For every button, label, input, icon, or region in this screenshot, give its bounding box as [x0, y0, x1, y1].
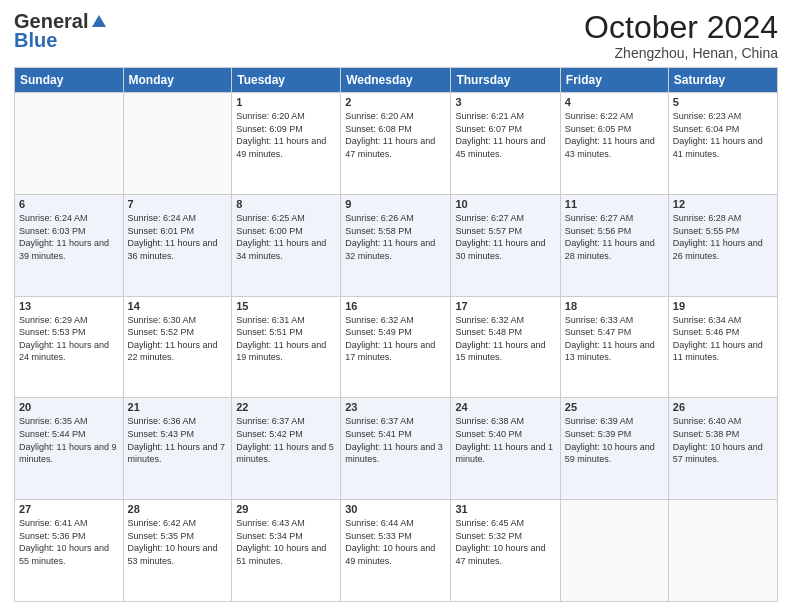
week-row-2: 6Sunrise: 6:24 AMSunset: 6:03 PMDaylight…	[15, 194, 778, 296]
day-number: 24	[455, 401, 555, 413]
day-number: 2	[345, 96, 446, 108]
day-number: 18	[565, 300, 664, 312]
day-number: 7	[128, 198, 228, 210]
day-number: 26	[673, 401, 773, 413]
day-number: 16	[345, 300, 446, 312]
day-number: 17	[455, 300, 555, 312]
weekday-header-thursday: Thursday	[451, 68, 560, 93]
day-info: Sunrise: 6:41 AMSunset: 5:36 PMDaylight:…	[19, 517, 119, 567]
day-info: Sunrise: 6:39 AMSunset: 5:39 PMDaylight:…	[565, 415, 664, 465]
calendar-cell: 5Sunrise: 6:23 AMSunset: 6:04 PMDaylight…	[668, 93, 777, 195]
logo-blue: Blue	[14, 29, 57, 52]
calendar-cell: 13Sunrise: 6:29 AMSunset: 5:53 PMDayligh…	[15, 296, 124, 398]
day-number: 12	[673, 198, 773, 210]
week-row-4: 20Sunrise: 6:35 AMSunset: 5:44 PMDayligh…	[15, 398, 778, 500]
day-info: Sunrise: 6:27 AMSunset: 5:57 PMDaylight:…	[455, 212, 555, 262]
day-number: 1	[236, 96, 336, 108]
day-info: Sunrise: 6:45 AMSunset: 5:32 PMDaylight:…	[455, 517, 555, 567]
week-row-1: 1Sunrise: 6:20 AMSunset: 6:09 PMDaylight…	[15, 93, 778, 195]
svg-marker-0	[92, 15, 106, 27]
week-row-3: 13Sunrise: 6:29 AMSunset: 5:53 PMDayligh…	[15, 296, 778, 398]
day-info: Sunrise: 6:21 AMSunset: 6:07 PMDaylight:…	[455, 110, 555, 160]
calendar-table: SundayMondayTuesdayWednesdayThursdayFrid…	[14, 67, 778, 602]
day-number: 27	[19, 503, 119, 515]
weekday-header-friday: Friday	[560, 68, 668, 93]
day-number: 19	[673, 300, 773, 312]
day-info: Sunrise: 6:32 AMSunset: 5:48 PMDaylight:…	[455, 314, 555, 364]
day-number: 10	[455, 198, 555, 210]
calendar-cell: 15Sunrise: 6:31 AMSunset: 5:51 PMDayligh…	[232, 296, 341, 398]
day-info: Sunrise: 6:20 AMSunset: 6:08 PMDaylight:…	[345, 110, 446, 160]
day-info: Sunrise: 6:30 AMSunset: 5:52 PMDaylight:…	[128, 314, 228, 364]
calendar-cell: 19Sunrise: 6:34 AMSunset: 5:46 PMDayligh…	[668, 296, 777, 398]
day-info: Sunrise: 6:25 AMSunset: 6:00 PMDaylight:…	[236, 212, 336, 262]
day-info: Sunrise: 6:44 AMSunset: 5:33 PMDaylight:…	[345, 517, 446, 567]
calendar-cell: 8Sunrise: 6:25 AMSunset: 6:00 PMDaylight…	[232, 194, 341, 296]
day-number: 8	[236, 198, 336, 210]
day-number: 23	[345, 401, 446, 413]
calendar-cell: 25Sunrise: 6:39 AMSunset: 5:39 PMDayligh…	[560, 398, 668, 500]
day-number: 21	[128, 401, 228, 413]
day-info: Sunrise: 6:40 AMSunset: 5:38 PMDaylight:…	[673, 415, 773, 465]
calendar-cell: 30Sunrise: 6:44 AMSunset: 5:33 PMDayligh…	[341, 500, 451, 602]
calendar-cell: 29Sunrise: 6:43 AMSunset: 5:34 PMDayligh…	[232, 500, 341, 602]
day-info: Sunrise: 6:32 AMSunset: 5:49 PMDaylight:…	[345, 314, 446, 364]
day-info: Sunrise: 6:26 AMSunset: 5:58 PMDaylight:…	[345, 212, 446, 262]
calendar-cell: 22Sunrise: 6:37 AMSunset: 5:42 PMDayligh…	[232, 398, 341, 500]
calendar-cell: 16Sunrise: 6:32 AMSunset: 5:49 PMDayligh…	[341, 296, 451, 398]
month-title: October 2024	[584, 10, 778, 45]
calendar-cell: 9Sunrise: 6:26 AMSunset: 5:58 PMDaylight…	[341, 194, 451, 296]
day-number: 22	[236, 401, 336, 413]
logo: General Blue	[14, 10, 108, 52]
day-info: Sunrise: 6:23 AMSunset: 6:04 PMDaylight:…	[673, 110, 773, 160]
weekday-header-row: SundayMondayTuesdayWednesdayThursdayFrid…	[15, 68, 778, 93]
day-info: Sunrise: 6:36 AMSunset: 5:43 PMDaylight:…	[128, 415, 228, 465]
calendar-cell: 27Sunrise: 6:41 AMSunset: 5:36 PMDayligh…	[15, 500, 124, 602]
calendar-cell: 17Sunrise: 6:32 AMSunset: 5:48 PMDayligh…	[451, 296, 560, 398]
day-number: 6	[19, 198, 119, 210]
day-info: Sunrise: 6:43 AMSunset: 5:34 PMDaylight:…	[236, 517, 336, 567]
calendar-cell	[560, 500, 668, 602]
calendar-cell: 1Sunrise: 6:20 AMSunset: 6:09 PMDaylight…	[232, 93, 341, 195]
day-info: Sunrise: 6:37 AMSunset: 5:42 PMDaylight:…	[236, 415, 336, 465]
weekday-header-sunday: Sunday	[15, 68, 124, 93]
day-info: Sunrise: 6:20 AMSunset: 6:09 PMDaylight:…	[236, 110, 336, 160]
weekday-header-monday: Monday	[123, 68, 232, 93]
day-info: Sunrise: 6:22 AMSunset: 6:05 PMDaylight:…	[565, 110, 664, 160]
weekday-header-wednesday: Wednesday	[341, 68, 451, 93]
calendar-cell: 10Sunrise: 6:27 AMSunset: 5:57 PMDayligh…	[451, 194, 560, 296]
day-info: Sunrise: 6:24 AMSunset: 6:03 PMDaylight:…	[19, 212, 119, 262]
calendar-cell: 23Sunrise: 6:37 AMSunset: 5:41 PMDayligh…	[341, 398, 451, 500]
calendar-cell: 12Sunrise: 6:28 AMSunset: 5:55 PMDayligh…	[668, 194, 777, 296]
calendar-cell: 7Sunrise: 6:24 AMSunset: 6:01 PMDaylight…	[123, 194, 232, 296]
day-number: 3	[455, 96, 555, 108]
day-number: 11	[565, 198, 664, 210]
day-number: 20	[19, 401, 119, 413]
day-number: 5	[673, 96, 773, 108]
day-info: Sunrise: 6:28 AMSunset: 5:55 PMDaylight:…	[673, 212, 773, 262]
day-info: Sunrise: 6:37 AMSunset: 5:41 PMDaylight:…	[345, 415, 446, 465]
calendar-cell: 3Sunrise: 6:21 AMSunset: 6:07 PMDaylight…	[451, 93, 560, 195]
calendar-cell: 6Sunrise: 6:24 AMSunset: 6:03 PMDaylight…	[15, 194, 124, 296]
calendar-cell: 14Sunrise: 6:30 AMSunset: 5:52 PMDayligh…	[123, 296, 232, 398]
title-block: October 2024 Zhengzhou, Henan, China	[584, 10, 778, 61]
day-info: Sunrise: 6:33 AMSunset: 5:47 PMDaylight:…	[565, 314, 664, 364]
day-number: 13	[19, 300, 119, 312]
day-number: 9	[345, 198, 446, 210]
calendar-cell: 18Sunrise: 6:33 AMSunset: 5:47 PMDayligh…	[560, 296, 668, 398]
page-container: General Blue October 2024 Zhengzhou, Hen…	[0, 0, 792, 612]
day-number: 25	[565, 401, 664, 413]
day-number: 4	[565, 96, 664, 108]
calendar-cell: 21Sunrise: 6:36 AMSunset: 5:43 PMDayligh…	[123, 398, 232, 500]
header: General Blue October 2024 Zhengzhou, Hen…	[14, 10, 778, 61]
day-number: 31	[455, 503, 555, 515]
day-info: Sunrise: 6:42 AMSunset: 5:35 PMDaylight:…	[128, 517, 228, 567]
day-info: Sunrise: 6:29 AMSunset: 5:53 PMDaylight:…	[19, 314, 119, 364]
calendar-cell: 4Sunrise: 6:22 AMSunset: 6:05 PMDaylight…	[560, 93, 668, 195]
calendar-cell: 20Sunrise: 6:35 AMSunset: 5:44 PMDayligh…	[15, 398, 124, 500]
day-number: 15	[236, 300, 336, 312]
calendar-cell: 28Sunrise: 6:42 AMSunset: 5:35 PMDayligh…	[123, 500, 232, 602]
day-info: Sunrise: 6:38 AMSunset: 5:40 PMDaylight:…	[455, 415, 555, 465]
calendar-cell: 24Sunrise: 6:38 AMSunset: 5:40 PMDayligh…	[451, 398, 560, 500]
calendar-cell	[123, 93, 232, 195]
